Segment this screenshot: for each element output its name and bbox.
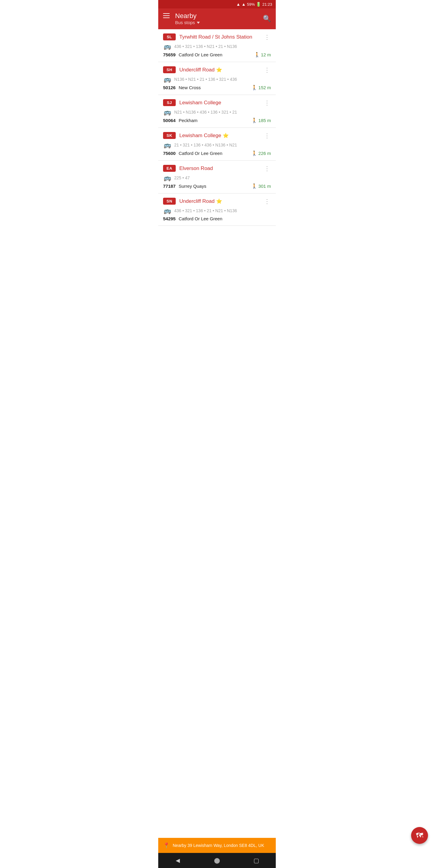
stop-row-3: 50064 Peckham 🚶185 m: [163, 118, 271, 123]
stop-id: 50064: [163, 118, 176, 123]
search-button[interactable]: 🔍: [263, 15, 271, 23]
stop-id: 77187: [163, 184, 176, 189]
stop-distance: 🚶152 m: [251, 85, 271, 90]
stop-id-dest: 50064 Peckham: [163, 118, 197, 123]
page-title: Nearby: [175, 12, 200, 20]
list-item[interactable]: SK Lewisham College ⭐ ⋮ 🚌 21 • 321 • 136…: [158, 128, 276, 161]
stop-id-dest: 75600 Catford Or Lee Green: [163, 151, 222, 156]
header-subtitle[interactable]: Bus stops: [175, 20, 200, 25]
stop-id-dest: 54295 Catford Or Lee Green: [163, 216, 222, 221]
stop-row-1: SJ Lewisham College ⋮: [163, 99, 271, 106]
stop-row-1: SK Lewisham College ⭐ ⋮: [163, 132, 271, 139]
stop-row-3: 50126 New Cross 🚶152 m: [163, 85, 271, 90]
list-item[interactable]: EA Elverson Road ⋮ 🚌 225 • 47 77187 Surr…: [158, 161, 276, 193]
more-options-button[interactable]: ⋮: [264, 34, 271, 40]
stop-destination: New Cross: [179, 85, 201, 90]
more-options-button[interactable]: ⋮: [264, 133, 271, 138]
stop-badge: SL: [163, 33, 176, 40]
stop-row-1: EA Elverson Road ⋮: [163, 165, 271, 172]
bus-icon: 🚌: [164, 43, 171, 50]
route-numbers: 21 • 321 • 136 • 436 • N136 • N21: [174, 143, 237, 147]
stop-name: Elverson Road: [179, 165, 260, 172]
clock: 21:23: [262, 2, 272, 7]
stop-destination: Catford Or Lee Green: [179, 216, 222, 221]
star-icon: ⭐: [216, 198, 222, 204]
stop-distance: 🚶226 m: [251, 150, 271, 156]
bus-icon: 🚌: [164, 76, 171, 83]
stop-distance: 🚶185 m: [251, 118, 271, 123]
walk-icon: 🚶: [251, 85, 257, 90]
bus-icon: 🚌: [164, 141, 171, 149]
subtitle-text: Bus stops: [175, 20, 195, 25]
more-options-button[interactable]: ⋮: [264, 165, 271, 172]
stop-list: SL Tyrwhitt Road / St Johns Station ⋮ 🚌 …: [158, 29, 276, 262]
stop-destination: Catford Or Lee Green: [179, 52, 222, 57]
route-numbers: 436 • 321 • 136 • 21 • N21 • N136: [174, 208, 237, 213]
walk-icon: 🚶: [251, 150, 257, 156]
stop-badge: SK: [163, 132, 176, 139]
list-item[interactable]: SH Undercliff Road ⭐ ⋮ 🚌 N136 • N21 • 21…: [158, 62, 276, 95]
stop-row-2: 🚌 225 • 47: [163, 174, 271, 181]
stop-row-2: 🚌 N136 • N21 • 21 • 136 • 321 • 436: [163, 76, 271, 83]
stop-row-3: 75600 Catford Or Lee Green 🚶226 m: [163, 150, 271, 156]
stop-destination: Catford Or Lee Green: [179, 151, 222, 156]
stop-row-1: SL Tyrwhitt Road / St Johns Station ⋮: [163, 33, 271, 40]
stop-badge: SN: [163, 198, 176, 205]
status-bar: ▲ ▲ 59% 🔋 21:23: [158, 0, 276, 8]
stop-id-dest: 77187 Surrey Quays: [163, 184, 206, 189]
wifi-icon: ▲: [236, 2, 241, 7]
bus-icon: 🚌: [164, 174, 171, 181]
stop-distance: 🚶301 m: [251, 183, 271, 189]
stop-row-3: 75659 Catford Or Lee Green 🚶12 m: [163, 52, 271, 58]
bus-icon: 🚌: [164, 207, 171, 214]
stop-row-2: 🚌 436 • 321 • 136 • N21 • 21 • N136: [163, 43, 271, 50]
battery-percentage: 59%: [247, 2, 255, 7]
route-numbers: N136 • N21 • 21 • 136 • 321 • 436: [174, 77, 237, 82]
stop-row-2: 🚌 436 • 321 • 136 • 21 • N21 • N136: [163, 207, 271, 214]
star-icon: ⭐: [223, 133, 229, 138]
stop-name: Tyrwhitt Road / St Johns Station: [179, 34, 260, 40]
stop-name: Undercliff Road ⭐: [179, 67, 260, 73]
stop-row-3: 54295 Catford Or Lee Green: [163, 216, 271, 221]
more-options-button[interactable]: ⋮: [264, 198, 271, 204]
more-options-button[interactable]: ⋮: [264, 67, 271, 73]
walk-icon: 🚶: [254, 52, 260, 58]
stop-row-1: SN Undercliff Road ⭐ ⋮: [163, 198, 271, 205]
stop-row-3: 77187 Surrey Quays 🚶301 m: [163, 183, 271, 189]
battery-icon: 🔋: [256, 2, 261, 7]
stop-badge: EA: [163, 165, 176, 172]
stop-distance: 🚶12 m: [254, 52, 271, 58]
star-icon: ⭐: [216, 67, 222, 72]
stop-destination: Peckham: [179, 118, 198, 123]
signal-icon: ▲: [242, 2, 246, 7]
header-title-block: Nearby Bus stops: [175, 12, 200, 25]
stop-badge: SJ: [163, 99, 176, 106]
walk-icon: 🚶: [251, 118, 257, 123]
stop-id: 75600: [163, 151, 176, 156]
list-item[interactable]: SL Tyrwhitt Road / St Johns Station ⋮ 🚌 …: [158, 29, 276, 62]
stop-destination: Surrey Quays: [179, 184, 207, 189]
stop-name: Lewisham College: [179, 100, 260, 106]
list-item[interactable]: SN Undercliff Road ⭐ ⋮ 🚌 436 • 321 • 136…: [158, 193, 276, 226]
menu-button[interactable]: [163, 12, 170, 18]
stop-row-2: 🚌 21 • 321 • 136 • 436 • N136 • N21: [163, 141, 271, 149]
stop-row-1: SH Undercliff Road ⭐ ⋮: [163, 66, 271, 73]
more-options-button[interactable]: ⋮: [264, 100, 271, 106]
stop-row-2: 🚌 N21 • N136 • 436 • 136 • 321 • 21: [163, 108, 271, 116]
stop-id: 54295: [163, 216, 176, 221]
stop-name: Undercliff Road ⭐: [179, 198, 260, 204]
route-numbers: N21 • N136 • 436 • 136 • 321 • 21: [174, 110, 237, 115]
header-left: Nearby Bus stops: [163, 12, 200, 25]
dropdown-arrow-icon: [197, 22, 200, 24]
stop-id-dest: 75659 Catford Or Lee Green: [163, 52, 222, 57]
stop-id: 75659: [163, 52, 176, 57]
walk-icon: 🚶: [251, 183, 257, 189]
status-icons: ▲ ▲ 59% 🔋 21:23: [236, 2, 272, 7]
stop-name: Lewisham College ⭐: [179, 133, 260, 138]
stop-id-dest: 50126 New Cross: [163, 85, 201, 90]
app-header: Nearby Bus stops 🔍: [158, 8, 276, 29]
bus-icon: 🚌: [164, 108, 171, 116]
stop-badge: SH: [163, 66, 176, 73]
stops-container: SL Tyrwhitt Road / St Johns Station ⋮ 🚌 …: [158, 29, 276, 226]
list-item[interactable]: SJ Lewisham College ⋮ 🚌 N21 • N136 • 436…: [158, 95, 276, 128]
